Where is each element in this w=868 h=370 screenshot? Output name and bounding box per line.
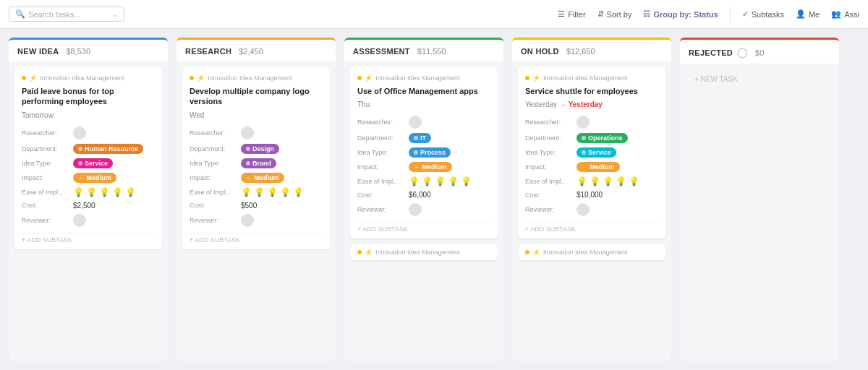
cost-value: $500 (241, 202, 257, 210)
card-category: Innovation Idea Management (543, 74, 628, 82)
card-logo: ⚡ Innovation Idea Management Develop mul… (182, 67, 330, 249)
card-date: Wed (190, 111, 323, 119)
card-category: Innovation Idea Management (375, 74, 460, 82)
search-placeholder: Search tasks... (28, 10, 81, 19)
cost-row: Cost: $500 (190, 202, 323, 210)
filter-icon: ☰ (558, 9, 565, 19)
reviewer-row: Reviewer: (357, 203, 490, 216)
ease-row: Ease of Impl... 💡 💡 💡 💡 💡 (525, 176, 658, 186)
researcher-avatar (73, 126, 86, 139)
department-row: Department: Human Resource (22, 144, 155, 154)
card-category-2: Innovation Idea Management (543, 249, 628, 256)
card-title: Develop multiple company logo versions (190, 86, 323, 107)
column-body-assessment: ⚡ Innovation Idea Management Use of Offi… (344, 67, 503, 361)
idea-type-tag: Process (409, 147, 451, 158)
idea-type-row: Idea Type: Process (357, 147, 490, 158)
idea-type-tag: Brand (241, 158, 276, 168)
impact-row: Impact: ← Medium (357, 162, 490, 172)
me-button[interactable]: 👤 Me (796, 9, 820, 19)
impact-tag: ← Medium (576, 162, 620, 172)
impact-row: Impact: ← Medium (525, 162, 658, 172)
dot-yellow-2 (525, 250, 529, 254)
subtasks-button[interactable]: ✓ Subtasks (742, 9, 784, 19)
reviewer-avatar (241, 214, 254, 227)
topbar: 🔍 Search tasks... ⌄ ☰ Filter ⇵ Sort by ☷… (0, 0, 868, 29)
card-title: Service shuttle for employees (525, 86, 658, 96)
ease-bulbs: 💡 💡 💡 💡 💡 (73, 187, 136, 197)
idea-type-tag: Service (73, 158, 113, 168)
search-icon: 🔍 (15, 9, 25, 19)
reviewer-row: Reviewer: (22, 214, 155, 227)
column-header-new-idea: NEW IDEA $8,530 (9, 38, 168, 61)
reviewer-avatar (73, 214, 86, 227)
ease-row: Ease of Impl... 💡 💡 💡 💡 💡 (22, 187, 155, 197)
assignee-button[interactable]: 👥 Assi (831, 9, 859, 19)
lightning-icon: ⚡ (532, 74, 540, 82)
search-box[interactable]: 🔍 Search tasks... ⌄ (9, 7, 124, 22)
card-assessment-2: ⚡ Innovation Idea Management (350, 244, 498, 260)
idea-type-row: Idea Type: Service (22, 158, 155, 168)
card-category: Innovation Idea Management (40, 74, 124, 82)
ease-row: Ease of Impl... 💡 💡 💡 💡 💡 (357, 176, 490, 186)
add-subtask-button[interactable]: + ADD SUBTASK (190, 233, 323, 244)
card-meta: ⚡ Innovation Idea Management (190, 74, 323, 82)
card-meta: ⚡ Innovation Idea Management (357, 74, 490, 82)
column-header-rejected: REJECTED ◯ $0 (680, 38, 839, 64)
impact-tag: ← Medium (409, 162, 452, 172)
lightning-icon: ⚡ (29, 74, 37, 82)
column-body-rejected: + NEW TASK (680, 69, 839, 361)
divider (730, 7, 731, 22)
group-by-button[interactable]: ☷ Group by: Status (643, 9, 718, 19)
column-header-assessment: ASSESSMENT $11,550 (344, 38, 503, 61)
sort-by-button[interactable]: ⇵ Sort by (597, 9, 632, 19)
add-subtask-button[interactable]: + ADD SUBTASK (22, 233, 155, 244)
assignee-icon: 👥 (831, 9, 841, 19)
column-new-idea: NEW IDEA $8,530 ⚡ Innovation Idea Manage… (9, 38, 168, 361)
cost-row: Cost: $2,500 (22, 202, 155, 210)
check-icon: ◯ (737, 47, 748, 58)
card-meta: ⚡ Innovation Idea Management (22, 74, 155, 82)
column-header-research: RESEARCH $2,450 (176, 38, 336, 61)
column-body-research: ⚡ Innovation Idea Management Develop mul… (176, 67, 336, 361)
group-icon: ☷ (643, 9, 650, 19)
researcher-avatar (241, 126, 254, 139)
department-tag: Operations (576, 133, 628, 143)
department-tag: Human Resource (73, 144, 143, 154)
researcher-row: Researcher: (357, 116, 490, 129)
department-row: Department: Operations (525, 133, 658, 143)
card-meta-2: ⚡ Innovation Idea Management (357, 249, 490, 256)
card-date: Thu (357, 100, 490, 108)
department-tag: IT (409, 133, 431, 143)
dot-yellow (190, 76, 194, 80)
column-body-new-idea: ⚡ Innovation Idea Management Paid leave … (9, 67, 168, 361)
cost-value: $6,000 (409, 191, 431, 199)
card-title: Paid leave bonus for top performing empl… (22, 86, 155, 107)
lightning-icon-2: ⚡ (365, 249, 373, 256)
filter-button[interactable]: ☰ Filter (558, 9, 585, 19)
tag-dot (78, 147, 82, 151)
column-body-on-hold: ⚡ Innovation Idea Management Service shu… (512, 67, 671, 361)
column-rejected: REJECTED ◯ $0 + NEW TASK (680, 38, 839, 361)
column-header-on-hold: ON HOLD $12,650 (512, 38, 671, 61)
researcher-row: Researcher: (525, 116, 658, 129)
ease-bulbs: 💡 💡 💡 💡 💡 (241, 187, 304, 197)
column-assessment: ASSESSMENT $11,550 ⚡ Innovation Idea Man… (344, 38, 503, 361)
add-subtask-button[interactable]: + ADD SUBTASK (525, 222, 658, 233)
reviewer-avatar (409, 203, 422, 216)
new-task-button[interactable]: + NEW TASK (686, 69, 833, 89)
topbar-actions: ☰ Filter ⇵ Sort by ☷ Group by: Status ✓ … (558, 7, 859, 22)
idea-type-row: Idea Type: Service (525, 147, 658, 158)
card-meta-2: ⚡ Innovation Idea Management (525, 249, 658, 256)
subtasks-icon: ✓ (742, 9, 749, 19)
cost-row: Cost: $10,000 (525, 191, 658, 199)
impact-tag: ← Medium (241, 173, 284, 183)
add-subtask-button[interactable]: + ADD SUBTASK (357, 222, 490, 233)
dot-yellow (357, 76, 362, 80)
lightning-icon: ⚡ (365, 74, 373, 82)
reviewer-row: Reviewer: (525, 203, 658, 216)
idea-type-tag: Service (576, 147, 616, 158)
card-title: Use of Office Management apps (357, 86, 490, 96)
lightning-icon: ⚡ (197, 74, 205, 82)
card-category: Innovation Idea Management (208, 74, 292, 82)
card-meta: ⚡ Innovation Idea Management (525, 74, 658, 82)
